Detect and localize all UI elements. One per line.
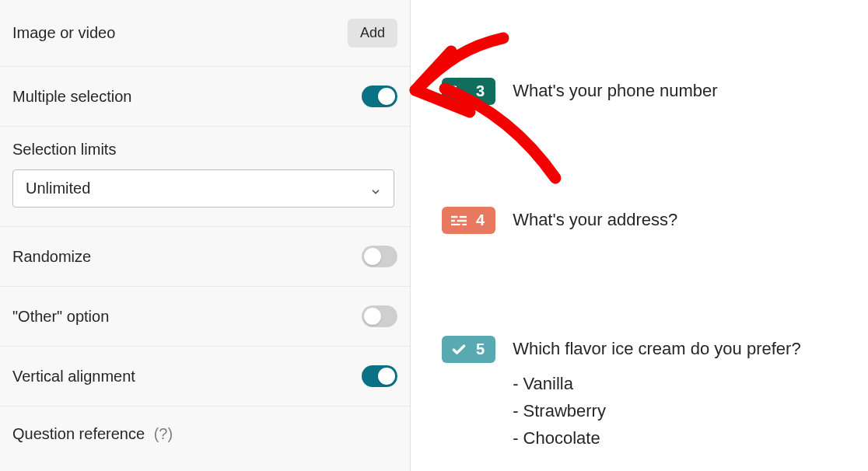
question-4[interactable]: 4 What's your address? [442,207,677,234]
selection-limits-label: Selection limits [12,141,397,159]
multiple-selection-label: Multiple selection [12,88,131,106]
address-icon [451,215,467,227]
question-number: 4 [476,211,485,229]
svg-rect-3 [457,220,467,222]
question-badge-5: 5 [442,336,495,363]
option: Vanilla [513,370,801,397]
other-option-row: "Other" option [0,287,410,347]
question-options: Vanilla Strawberry Chocolate [513,370,801,452]
image-video-row: Image or video Add [0,0,410,67]
randomize-label: Randomize [12,248,91,266]
question-reference-row: Question reference (?) [0,406,410,462]
svg-rect-5 [462,224,467,225]
image-video-label: Image or video [12,24,115,42]
vertical-alignment-toggle[interactable] [362,365,397,387]
question-text: What's your phone number [513,78,717,101]
other-option-label: "Other" option [12,308,109,326]
vertical-alignment-row: Vertical alignment [0,347,410,406]
settings-sidebar: Image or video Add Multiple selection Se… [0,0,411,471]
randomize-row: Randomize [0,227,410,287]
question-5[interactable]: 5 Which flavor ice cream do you prefer? … [442,336,801,452]
question-badge-4: 4 [442,207,495,234]
question-text: Which flavor ice cream do you prefer? [513,336,801,359]
vertical-alignment-label: Vertical alignment [12,368,135,386]
randomize-toggle[interactable] [362,246,397,267]
form-preview: 3 What's your phone number 4 What's your… [411,0,868,471]
chevron-down-icon [370,183,381,194]
question-text: What's your address? [513,207,677,230]
question-reference-label: Question reference [12,425,145,442]
option: Chocolate [513,424,801,452]
question-badge-3: 3 [442,78,495,105]
svg-rect-2 [451,220,455,222]
help-icon[interactable]: (?) [154,425,173,442]
selection-limits-select[interactable]: Unlimited [12,169,394,208]
svg-rect-4 [451,224,460,225]
other-option-toggle[interactable] [362,305,397,327]
selection-limits-section: Selection limits Unlimited [0,127,410,227]
svg-rect-1 [460,216,467,218]
question-3[interactable]: 3 What's your phone number [442,78,718,105]
add-button[interactable]: Add [348,19,397,47]
question-number: 3 [476,82,485,100]
question-number: 5 [476,340,485,358]
check-icon [451,344,467,356]
multiple-selection-row: Multiple selection [0,67,410,127]
selection-limits-value: Unlimited [26,180,90,197]
multiple-selection-toggle[interactable] [362,85,397,107]
option: Strawberry [513,397,801,424]
phone-icon [451,85,467,98]
svg-rect-0 [451,216,457,218]
